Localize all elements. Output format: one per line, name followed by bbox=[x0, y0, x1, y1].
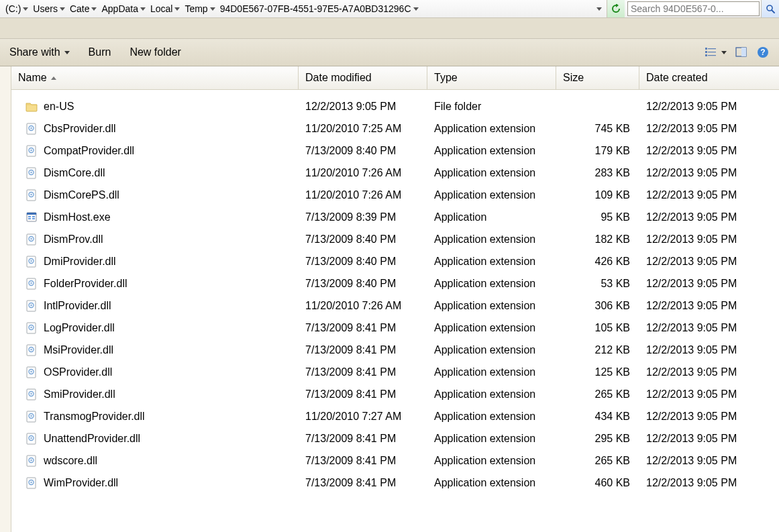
file-date-created: 12/2/2013 9:05 PM bbox=[639, 300, 779, 312]
file-type: Application extension bbox=[427, 145, 556, 157]
file-row[interactable]: MsiProvider.dll7/13/2009 8:41 PMApplicat… bbox=[11, 339, 779, 361]
search-placeholder: Search 94D0E567-0... bbox=[631, 3, 724, 14]
file-row[interactable]: CbsProvider.dll11/20/2010 7:25 AMApplica… bbox=[11, 117, 779, 140]
file-date-created: 12/2/2013 9:05 PM bbox=[639, 233, 779, 246]
chevron-down-icon bbox=[64, 51, 70, 54]
column-header-date-modified[interactable]: Date modified bbox=[299, 66, 427, 89]
file-row[interactable]: wdscore.dll7/13/2009 8:41 PMApplication … bbox=[11, 449, 779, 472]
file-date-modified: 7/13/2009 8:40 PM bbox=[299, 256, 427, 268]
file-name-cell: TransmogProvider.dll bbox=[11, 410, 299, 423]
navigation-pane-edge[interactable] bbox=[0, 66, 11, 532]
file-name-label: DismProv.dll bbox=[44, 233, 103, 246]
search-button[interactable] bbox=[761, 0, 779, 17]
help-icon bbox=[757, 46, 769, 58]
file-size: 212 KB bbox=[556, 344, 639, 356]
new-folder-label: New folder bbox=[129, 46, 180, 58]
file-name-label: LogProvider.dll bbox=[44, 322, 115, 334]
chevron-down-icon[interactable] bbox=[174, 7, 180, 11]
file-type: Application extension bbox=[427, 455, 556, 467]
chevron-down-icon[interactable] bbox=[721, 51, 727, 54]
file-row[interactable]: SmiProvider.dll7/13/2009 8:41 PMApplicat… bbox=[11, 383, 779, 405]
file-size: 109 KB bbox=[556, 189, 639, 201]
column-header-name[interactable]: Name bbox=[11, 66, 299, 89]
file-row[interactable]: DismCorePS.dll11/20/2010 7:26 AMApplicat… bbox=[11, 184, 779, 206]
file-name-cell: CompatProvider.dll bbox=[11, 144, 299, 158]
address-bar: (C:)UsersCateAppDataLocalTemp94D0E567-07… bbox=[0, 0, 779, 18]
column-header-label: Size bbox=[563, 72, 584, 84]
main-area: Name Date modified Type Size Date create… bbox=[0, 66, 779, 532]
chevron-down-icon[interactable] bbox=[23, 7, 28, 11]
breadcrumb-segment[interactable]: (C:) bbox=[4, 3, 32, 14]
file-row[interactable]: DmiProvider.dll7/13/2009 8:40 PMApplicat… bbox=[11, 250, 779, 272]
file-type: Application extension bbox=[427, 278, 556, 290]
file-type: Application bbox=[427, 211, 556, 223]
file-name-cell: en-US bbox=[11, 100, 299, 113]
file-row[interactable]: FolderProvider.dll7/13/2009 8:40 PMAppli… bbox=[11, 272, 779, 295]
column-header-size[interactable]: Size bbox=[556, 66, 639, 89]
file-name-label: TransmogProvider.dll bbox=[44, 411, 145, 423]
file-type: Application extension bbox=[427, 388, 556, 401]
file-row[interactable]: UnattendProvider.dll7/13/2009 8:41 PMApp… bbox=[11, 427, 779, 449]
share-with-label: Share with bbox=[9, 46, 60, 58]
new-folder-button[interactable]: New folder bbox=[129, 46, 180, 58]
file-name-label: DismHost.exe bbox=[44, 211, 111, 223]
file-row[interactable]: DismHost.exe7/13/2009 8:39 PMApplication… bbox=[11, 206, 779, 228]
file-name-cell: SmiProvider.dll bbox=[11, 388, 299, 401]
file-name-label: WimProvider.dll bbox=[44, 477, 118, 489]
file-date-modified: 7/13/2009 8:41 PM bbox=[299, 433, 427, 445]
chevron-down-icon[interactable] bbox=[60, 7, 65, 11]
file-name-label: MsiProvider.dll bbox=[44, 344, 113, 356]
chevron-down-icon[interactable] bbox=[140, 7, 146, 11]
breadcrumb-segment[interactable]: Users bbox=[32, 3, 68, 14]
breadcrumb-segment[interactable]: 94D0E567-07FB-4551-97E5-A7A0BD31296C bbox=[219, 3, 422, 14]
file-row[interactable]: WimProvider.dll7/13/2009 8:41 PMApplicat… bbox=[11, 472, 779, 494]
breadcrumbs: (C:)UsersCateAppDataLocalTemp94D0E567-07… bbox=[0, 0, 592, 17]
view-options-button[interactable] bbox=[704, 46, 717, 59]
help-button[interactable] bbox=[756, 46, 770, 59]
file-date-created: 12/2/2013 9:05 PM bbox=[639, 433, 779, 445]
chevron-down-icon[interactable] bbox=[210, 7, 215, 11]
dll-icon bbox=[25, 144, 38, 158]
file-row[interactable]: en-US12/2/2013 9:05 PMFile folder12/2/20… bbox=[11, 95, 779, 117]
file-date-created: 12/2/2013 9:05 PM bbox=[639, 455, 779, 467]
breadcrumb-segment[interactable]: Temp bbox=[183, 3, 218, 14]
breadcrumb-label: Local bbox=[150, 3, 172, 14]
file-date-modified: 7/13/2009 8:41 PM bbox=[299, 388, 427, 401]
dll-icon bbox=[25, 277, 38, 290]
file-row[interactable]: DismProv.dll7/13/2009 8:40 PMApplication… bbox=[11, 228, 779, 250]
file-date-created: 12/2/2013 9:05 PM bbox=[639, 388, 779, 401]
dll-icon bbox=[25, 410, 38, 423]
breadcrumb-dropdown[interactable] bbox=[592, 7, 607, 11]
column-header-type[interactable]: Type bbox=[427, 66, 556, 89]
preview-pane-icon bbox=[735, 46, 747, 58]
breadcrumb-segment[interactable]: Cate bbox=[68, 3, 101, 14]
file-name-label: DmiProvider.dll bbox=[44, 256, 116, 268]
column-headers: Name Date modified Type Size Date create… bbox=[11, 66, 779, 90]
file-row[interactable]: IntlProvider.dll11/20/2010 7:26 AMApplic… bbox=[11, 295, 779, 317]
breadcrumb-segment[interactable]: Local bbox=[149, 3, 183, 14]
toolbar: Share with Burn New folder bbox=[0, 39, 779, 66]
file-date-created: 12/2/2013 9:05 PM bbox=[639, 211, 779, 223]
file-row[interactable]: DismCore.dll11/20/2010 7:26 AMApplicatio… bbox=[11, 162, 779, 184]
burn-button[interactable]: Burn bbox=[89, 46, 111, 58]
file-row[interactable]: CompatProvider.dll7/13/2009 8:40 PMAppli… bbox=[11, 140, 779, 162]
search-input[interactable]: Search 94D0E567-0... bbox=[627, 1, 760, 16]
file-name-cell: LogProvider.dll bbox=[11, 321, 299, 335]
file-row[interactable]: LogProvider.dll7/13/2009 8:41 PMApplicat… bbox=[11, 317, 779, 339]
file-name-label: DismCorePS.dll bbox=[44, 189, 119, 201]
column-header-date-created[interactable]: Date created bbox=[639, 66, 779, 89]
file-name-cell: DismHost.exe bbox=[11, 211, 299, 224]
share-with-button[interactable]: Share with bbox=[9, 46, 70, 58]
file-row[interactable]: OSProvider.dll7/13/2009 8:41 PMApplicati… bbox=[11, 361, 779, 383]
file-name-label: UnattendProvider.dll bbox=[44, 433, 140, 445]
refresh-button[interactable] bbox=[607, 0, 625, 17]
file-date-created: 12/2/2013 9:05 PM bbox=[639, 145, 779, 157]
file-name-cell: DismCorePS.dll bbox=[11, 189, 299, 202]
dll-icon bbox=[25, 166, 38, 180]
chevron-down-icon[interactable] bbox=[413, 7, 419, 11]
preview-pane-button[interactable] bbox=[735, 46, 748, 59]
breadcrumb-label: Cate bbox=[70, 3, 90, 14]
file-row[interactable]: TransmogProvider.dll11/20/2010 7:27 AMAp… bbox=[11, 405, 779, 427]
chevron-down-icon[interactable] bbox=[91, 7, 97, 11]
breadcrumb-segment[interactable]: AppData bbox=[100, 3, 148, 14]
